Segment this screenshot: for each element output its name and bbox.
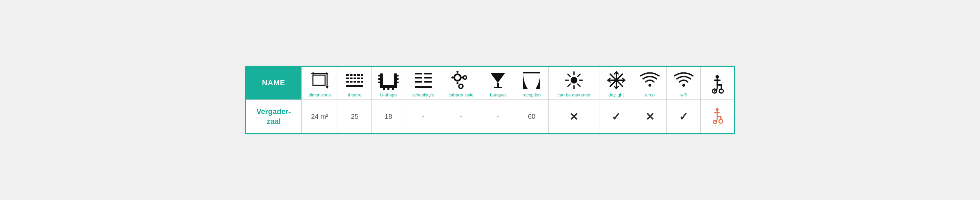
daylight-value: ✓ (612, 111, 621, 123)
cell-accessible (701, 100, 734, 133)
theatre-value: 25 (351, 113, 358, 120)
svg-rect-34 (415, 73, 422, 75)
svg-point-46 (452, 76, 453, 78)
icon-airco-container: airco (635, 70, 665, 97)
ushape-value: 18 (385, 113, 392, 120)
svg-rect-21 (346, 85, 363, 87)
col-header-reception: reception (515, 67, 549, 100)
svg-rect-54 (523, 72, 540, 73)
svg-point-77 (682, 84, 685, 87)
wifi-icon (673, 70, 694, 90)
cell-wifi: ✓ (667, 100, 701, 133)
svg-point-48 (457, 82, 458, 84)
svg-point-81 (716, 108, 719, 111)
svg-marker-51 (490, 73, 505, 83)
svg-rect-29 (397, 78, 399, 80)
svg-rect-28 (397, 75, 399, 76)
dimensions-icon (310, 70, 330, 90)
svg-rect-39 (424, 81, 432, 83)
svg-rect-31 (383, 88, 385, 90)
reception-value: 60 (528, 113, 535, 120)
icon-wifi-container: wifi (669, 70, 698, 97)
accessible-header-icon (707, 73, 727, 94)
svg-rect-10 (361, 74, 363, 76)
icon-accessible-container (703, 73, 732, 94)
svg-marker-1 (311, 72, 313, 75)
banquet-icon (488, 70, 508, 90)
banquet-value: - (497, 113, 499, 120)
svg-rect-25 (378, 75, 380, 76)
col-header-accessible (701, 67, 734, 100)
dimensions-value: 24 m² (311, 113, 328, 120)
venue-table-wrapper: NAME (245, 66, 735, 135)
svg-rect-19 (357, 81, 360, 83)
svg-rect-12 (350, 78, 353, 79)
schoolstyle-icon (413, 70, 433, 90)
svg-rect-22 (380, 73, 383, 87)
svg-rect-14 (357, 78, 360, 79)
schoolstyle-value: - (422, 113, 424, 120)
svg-point-55 (571, 77, 578, 84)
cell-darkened: ✕ (549, 100, 600, 133)
icon-dimensions-container: dimensions (304, 70, 336, 97)
theatre-icon (344, 70, 365, 90)
svg-rect-18 (353, 81, 356, 83)
svg-rect-36 (415, 77, 422, 78)
cell-ushape: 18 (371, 100, 405, 133)
col-header-schoolstyle: schoolstyle (405, 67, 441, 100)
cabaret-icon (451, 70, 471, 90)
room-name: Vergader-zaal (256, 107, 291, 125)
svg-rect-7 (350, 74, 353, 76)
icon-darkened-container: can be darkened (550, 70, 597, 97)
cell-dimensions: 24 m² (301, 100, 337, 133)
icon-schoolstyle-container: schoolstyle (407, 70, 439, 97)
icon-daylight-container: daylight (601, 70, 631, 97)
svg-point-44 (464, 76, 466, 78)
cell-schoolstyle: - (405, 100, 441, 133)
cabaret-value: - (460, 113, 462, 120)
svg-line-61 (578, 84, 580, 86)
svg-rect-24 (380, 85, 397, 88)
svg-point-45 (457, 71, 458, 73)
svg-rect-35 (424, 73, 432, 75)
svg-marker-4 (326, 86, 328, 89)
cell-theatre: 25 (338, 100, 372, 133)
cell-cabaret: - (441, 100, 481, 133)
svg-rect-5 (313, 75, 325, 85)
room-row-vergaderzaal: Vergader-zaal 24 m² 25 18 - - - (246, 100, 734, 133)
col-header-dimensions: dimensions (301, 67, 337, 100)
icon-theatre-container: theatre (340, 70, 369, 97)
svg-rect-32 (387, 88, 390, 90)
svg-rect-15 (361, 78, 363, 79)
svg-point-47 (461, 76, 464, 78)
svg-rect-13 (353, 78, 356, 79)
cell-daylight: ✓ (600, 100, 633, 133)
name-header: NAME (246, 67, 302, 100)
svg-point-83 (719, 119, 723, 124)
col-header-airco: airco (633, 67, 667, 100)
darkened-value: ✕ (569, 111, 578, 123)
svg-line-60 (568, 74, 570, 76)
col-header-banquet: banquet (481, 67, 515, 100)
svg-rect-20 (361, 81, 363, 83)
svg-rect-8 (353, 74, 356, 76)
col-header-ushape: U-shape (371, 67, 405, 100)
cell-banquet: - (481, 100, 515, 133)
col-header-darkened: can be darkened (549, 67, 600, 100)
svg-rect-33 (392, 88, 394, 90)
svg-rect-38 (415, 81, 422, 83)
svg-rect-53 (494, 87, 502, 88)
cell-reception: 60 (515, 100, 549, 133)
svg-rect-16 (346, 81, 349, 83)
col-header-wifi: wifi (667, 67, 701, 100)
wifi-value: ✓ (679, 111, 688, 123)
svg-point-78 (716, 75, 719, 78)
icon-banquet-container: banquet (483, 70, 513, 97)
col-header-cabaret: cabaret style (441, 67, 481, 100)
icon-cabaret-container: cabaret style (443, 70, 479, 97)
svg-rect-23 (394, 73, 397, 87)
svg-rect-30 (397, 81, 399, 83)
svg-rect-26 (378, 78, 380, 80)
svg-rect-11 (346, 78, 349, 79)
svg-rect-17 (350, 81, 353, 83)
